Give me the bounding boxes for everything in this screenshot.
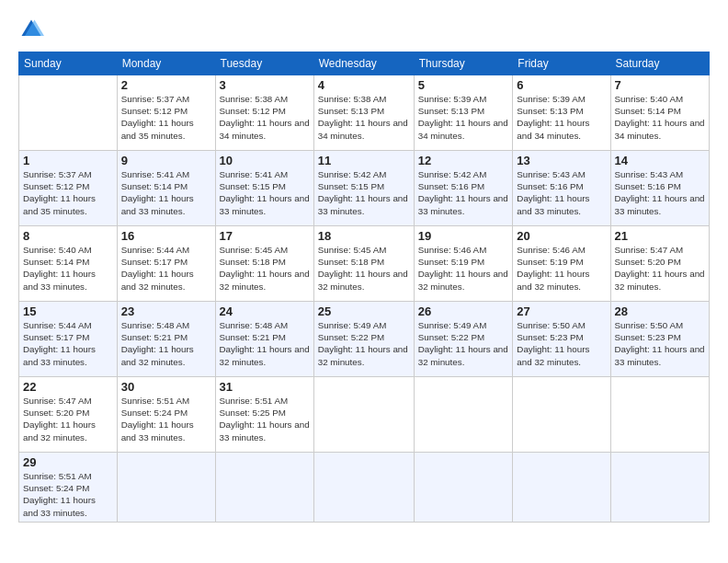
day-number: 27	[517, 304, 606, 318]
calendar-cell: 26Sunrise: 5:49 AM Sunset: 5:22 PM Dayli…	[414, 302, 513, 377]
calendar-week-row: 29Sunrise: 5:51 AM Sunset: 5:24 PM Dayli…	[19, 453, 710, 523]
calendar-cell: 10Sunrise: 5:41 AM Sunset: 5:15 PM Dayli…	[215, 151, 313, 226]
day-number: 21	[615, 229, 705, 243]
calendar-header-friday: Friday	[513, 52, 610, 75]
calendar-cell: 9Sunrise: 5:41 AM Sunset: 5:14 PM Daylig…	[117, 151, 215, 226]
calendar-week-row: 8Sunrise: 5:40 AM Sunset: 5:14 PM Daylig…	[19, 226, 710, 302]
header	[18, 17, 710, 42]
calendar-header-monday: Monday	[117, 52, 215, 75]
day-info: Sunrise: 5:37 AM Sunset: 5:12 PM Dayligh…	[23, 168, 113, 217]
day-number: 7	[615, 78, 705, 92]
day-info: Sunrise: 5:47 AM Sunset: 5:20 PM Dayligh…	[615, 244, 705, 293]
calendar-header-saturday: Saturday	[610, 52, 709, 75]
calendar-cell: 1Sunrise: 5:37 AM Sunset: 5:12 PM Daylig…	[19, 151, 118, 226]
day-number: 19	[418, 229, 509, 243]
day-number: 22	[23, 380, 113, 394]
day-info: Sunrise: 5:40 AM Sunset: 5:14 PM Dayligh…	[615, 93, 705, 142]
day-number: 24	[220, 304, 310, 318]
calendar-cell: 25Sunrise: 5:49 AM Sunset: 5:22 PM Dayli…	[313, 302, 414, 377]
calendar-week-row: 15Sunrise: 5:44 AM Sunset: 5:17 PM Dayli…	[19, 302, 710, 377]
day-number: 26	[418, 304, 509, 318]
calendar-cell	[513, 377, 610, 453]
day-info: Sunrise: 5:51 AM Sunset: 5:25 PM Dayligh…	[220, 395, 310, 443]
calendar-header-row: SundayMondayTuesdayWednesdayThursdayFrid…	[19, 52, 710, 75]
calendar-cell: 20Sunrise: 5:46 AM Sunset: 5:19 PM Dayli…	[513, 226, 610, 302]
day-info: Sunrise: 5:51 AM Sunset: 5:24 PM Dayligh…	[23, 470, 113, 519]
day-info: Sunrise: 5:41 AM Sunset: 5:15 PM Dayligh…	[220, 168, 310, 217]
calendar-cell: 30Sunrise: 5:51 AM Sunset: 5:24 PM Dayli…	[117, 377, 215, 453]
day-number: 20	[517, 229, 606, 243]
calendar-cell: 4Sunrise: 5:38 AM Sunset: 5:13 PM Daylig…	[313, 75, 414, 151]
day-info: Sunrise: 5:46 AM Sunset: 5:19 PM Dayligh…	[418, 244, 509, 293]
calendar-cell: 8Sunrise: 5:40 AM Sunset: 5:14 PM Daylig…	[19, 226, 118, 302]
calendar-cell: 12Sunrise: 5:42 AM Sunset: 5:16 PM Dayli…	[414, 151, 513, 226]
day-number: 17	[220, 229, 310, 243]
calendar-week-row: 2Sunrise: 5:37 AM Sunset: 5:12 PM Daylig…	[19, 75, 710, 151]
calendar-week-row: 1Sunrise: 5:37 AM Sunset: 5:12 PM Daylig…	[19, 151, 710, 226]
day-info: Sunrise: 5:44 AM Sunset: 5:17 PM Dayligh…	[121, 244, 211, 293]
day-number: 18	[318, 229, 410, 243]
calendar-cell: 21Sunrise: 5:47 AM Sunset: 5:20 PM Dayli…	[610, 226, 709, 302]
day-number: 14	[615, 154, 705, 167]
day-info: Sunrise: 5:49 AM Sunset: 5:22 PM Dayligh…	[318, 319, 410, 368]
day-info: Sunrise: 5:43 AM Sunset: 5:16 PM Dayligh…	[615, 168, 705, 217]
day-info: Sunrise: 5:38 AM Sunset: 5:12 PM Dayligh…	[220, 93, 310, 142]
day-number: 15	[23, 304, 113, 318]
day-info: Sunrise: 5:40 AM Sunset: 5:14 PM Dayligh…	[23, 244, 113, 293]
day-number: 28	[615, 304, 705, 318]
calendar-week-row: 22Sunrise: 5:47 AM Sunset: 5:20 PM Dayli…	[19, 377, 710, 453]
calendar-cell: 23Sunrise: 5:48 AM Sunset: 5:21 PM Dayli…	[117, 302, 215, 377]
calendar-cell: 27Sunrise: 5:50 AM Sunset: 5:23 PM Dayli…	[513, 302, 610, 377]
calendar-cell: 24Sunrise: 5:48 AM Sunset: 5:21 PM Dayli…	[215, 302, 313, 377]
calendar-cell: 29Sunrise: 5:51 AM Sunset: 5:24 PM Dayli…	[19, 453, 118, 523]
calendar-cell: 22Sunrise: 5:47 AM Sunset: 5:20 PM Dayli…	[19, 377, 118, 453]
day-info: Sunrise: 5:39 AM Sunset: 5:13 PM Dayligh…	[418, 93, 509, 142]
day-info: Sunrise: 5:48 AM Sunset: 5:21 PM Dayligh…	[121, 319, 211, 368]
day-info: Sunrise: 5:50 AM Sunset: 5:23 PM Dayligh…	[517, 319, 606, 368]
day-number: 4	[318, 78, 410, 92]
day-info: Sunrise: 5:45 AM Sunset: 5:18 PM Dayligh…	[318, 244, 410, 293]
calendar-cell	[610, 453, 709, 523]
calendar-cell: 5Sunrise: 5:39 AM Sunset: 5:13 PM Daylig…	[414, 75, 513, 151]
calendar-cell: 3Sunrise: 5:38 AM Sunset: 5:12 PM Daylig…	[215, 75, 313, 151]
calendar-cell: 11Sunrise: 5:42 AM Sunset: 5:15 PM Dayli…	[313, 151, 414, 226]
calendar-cell	[313, 453, 414, 523]
day-number: 30	[121, 380, 211, 394]
day-number: 13	[517, 154, 606, 167]
day-number: 23	[121, 304, 211, 318]
calendar-cell: 18Sunrise: 5:45 AM Sunset: 5:18 PM Dayli…	[313, 226, 414, 302]
calendar-header-wednesday: Wednesday	[313, 52, 414, 75]
day-number: 1	[23, 154, 113, 167]
day-info: Sunrise: 5:43 AM Sunset: 5:16 PM Dayligh…	[517, 168, 606, 217]
calendar-cell	[414, 377, 513, 453]
calendar-cell: 2Sunrise: 5:37 AM Sunset: 5:12 PM Daylig…	[117, 75, 215, 151]
day-number: 25	[318, 304, 410, 318]
calendar-header-tuesday: Tuesday	[215, 52, 313, 75]
logo	[18, 17, 48, 42]
calendar-cell	[313, 377, 414, 453]
calendar-cell: 13Sunrise: 5:43 AM Sunset: 5:16 PM Dayli…	[513, 151, 610, 226]
day-number: 12	[418, 154, 509, 167]
day-number: 2	[121, 78, 211, 92]
day-number: 9	[121, 154, 211, 167]
day-info: Sunrise: 5:47 AM Sunset: 5:20 PM Dayligh…	[23, 395, 113, 443]
day-info: Sunrise: 5:38 AM Sunset: 5:13 PM Dayligh…	[318, 93, 410, 142]
day-number: 29	[23, 455, 113, 469]
day-number: 6	[517, 78, 606, 92]
calendar-header-thursday: Thursday	[414, 52, 513, 75]
calendar-cell: 14Sunrise: 5:43 AM Sunset: 5:16 PM Dayli…	[610, 151, 709, 226]
day-info: Sunrise: 5:41 AM Sunset: 5:14 PM Dayligh…	[121, 168, 211, 217]
calendar-cell: 15Sunrise: 5:44 AM Sunset: 5:17 PM Dayli…	[19, 302, 118, 377]
calendar-cell	[19, 75, 118, 151]
calendar-cell: 16Sunrise: 5:44 AM Sunset: 5:17 PM Dayli…	[117, 226, 215, 302]
day-info: Sunrise: 5:46 AM Sunset: 5:19 PM Dayligh…	[517, 244, 606, 293]
logo-icon	[18, 17, 44, 42]
day-info: Sunrise: 5:45 AM Sunset: 5:18 PM Dayligh…	[220, 244, 310, 293]
calendar-header-sunday: Sunday	[19, 52, 118, 75]
calendar-cell	[414, 453, 513, 523]
day-info: Sunrise: 5:42 AM Sunset: 5:16 PM Dayligh…	[418, 168, 509, 217]
day-number: 3	[220, 78, 310, 92]
day-info: Sunrise: 5:48 AM Sunset: 5:21 PM Dayligh…	[220, 319, 310, 368]
calendar-cell	[117, 453, 215, 523]
calendar-cell	[610, 377, 709, 453]
